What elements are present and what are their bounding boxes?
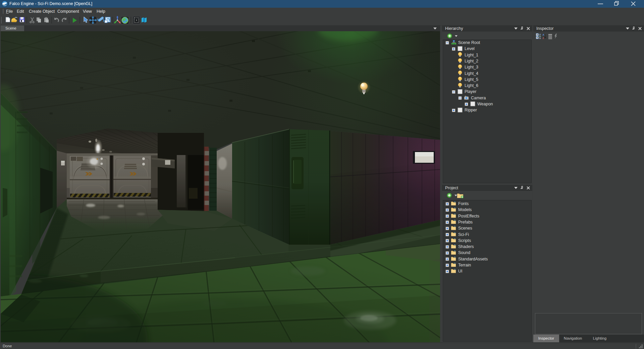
svg-text:Terrain: Terrain bbox=[458, 263, 471, 267]
svg-text:Fonts: Fonts bbox=[458, 201, 469, 206]
svg-text:Light_3: Light_3 bbox=[465, 65, 478, 69]
svg-text:StandardAssets: StandardAssets bbox=[458, 257, 488, 261]
svg-text:UI: UI bbox=[458, 269, 463, 273]
svg-text:Z: Z bbox=[542, 37, 544, 40]
svg-text:Level: Level bbox=[465, 46, 475, 51]
svg-text:Light_1: Light_1 bbox=[465, 53, 478, 57]
svg-text:A: A bbox=[542, 33, 544, 36]
svg-text:Ripper: Ripper bbox=[465, 108, 477, 112]
svg-text:Light_5: Light_5 bbox=[465, 77, 478, 82]
svg-text:Camera: Camera bbox=[471, 96, 486, 100]
svg-text:Sound: Sound bbox=[458, 250, 470, 255]
svg-text:Scripts: Scripts bbox=[458, 238, 471, 243]
svg-text:PostEffects: PostEffects bbox=[458, 214, 479, 218]
svg-text:Shaders: Shaders bbox=[458, 244, 474, 249]
svg-text:Scenes: Scenes bbox=[458, 226, 472, 231]
svg-text:Sci-Fi: Sci-Fi bbox=[458, 232, 469, 237]
svg-text:Light_4: Light_4 bbox=[465, 71, 478, 76]
svg-text:Weapon: Weapon bbox=[477, 102, 493, 106]
svg-text:Light_6: Light_6 bbox=[465, 83, 478, 88]
svg-text:Light_2: Light_2 bbox=[465, 59, 478, 63]
svg-text:Models: Models bbox=[458, 207, 472, 212]
svg-text:Prefabs: Prefabs bbox=[458, 220, 473, 225]
svg-text:Player: Player bbox=[465, 89, 476, 94]
svg-text:Scene Root: Scene Root bbox=[458, 40, 480, 45]
